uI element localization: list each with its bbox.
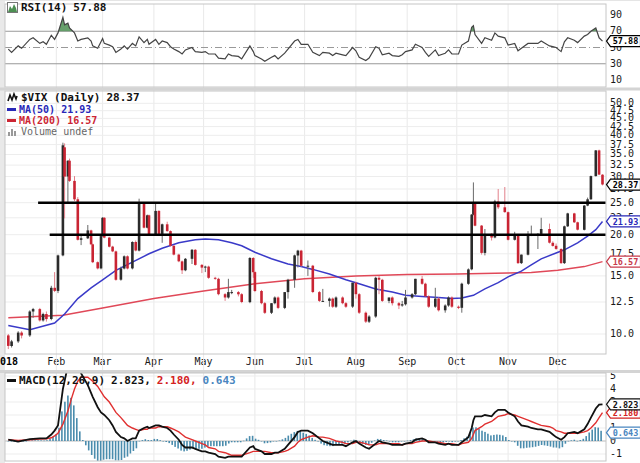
svg-text:28.37: 28.37: [613, 180, 639, 190]
ma200-label: MA(200): [19, 115, 61, 126]
svg-text:0.643: 0.643: [613, 428, 639, 438]
macd-legend: MACD(12,26,9) 2.823, 2.180, 0.643: [7, 374, 236, 387]
svg-text:16.57: 16.57: [613, 257, 639, 267]
volume-label: Volume undef: [21, 126, 93, 137]
symbol-value: 28.37: [106, 91, 139, 104]
macd-dash-icon: [7, 379, 16, 382]
svg-text:2.823: 2.823: [613, 400, 639, 410]
chart-canvas: 57.8816.5721.9328.370.6432.1802.823: [0, 1, 640, 463]
stockchart-page: 907050301050.047.545.042.540.037.535.032…: [0, 0, 640, 463]
ma50-dash-icon: [7, 108, 16, 111]
sharpchart-icon: [7, 92, 18, 103]
macd-signal-value: 2.180,: [157, 374, 197, 387]
rsi-legend: RSI(14) 57.88: [7, 2, 106, 13]
rsi-legend-label: RSI(14): [21, 1, 67, 14]
macd-hist-value: 0.643: [203, 374, 236, 387]
svg-text:21.93: 21.93: [613, 217, 639, 227]
ma200-value: 16.57: [67, 115, 97, 126]
ma200-dash-icon: [7, 119, 16, 122]
rsi-indicator-icon: [7, 2, 18, 13]
symbol-label: $VIX (Daily): [21, 91, 100, 104]
macd-legend-label: MACD(12,26,9): [19, 374, 105, 387]
rsi-legend-value: 57.88: [73, 1, 106, 14]
price-legend: $VIX (Daily) 28.37 MA(50) 21.93 MA(200) …: [7, 92, 140, 137]
svg-text:57.88: 57.88: [613, 36, 639, 46]
volume-bars-icon: [7, 126, 18, 136]
ma50-label: MA(50): [19, 104, 55, 115]
ma50-value: 21.93: [61, 104, 91, 115]
macd-value: 2.823,: [111, 374, 151, 387]
